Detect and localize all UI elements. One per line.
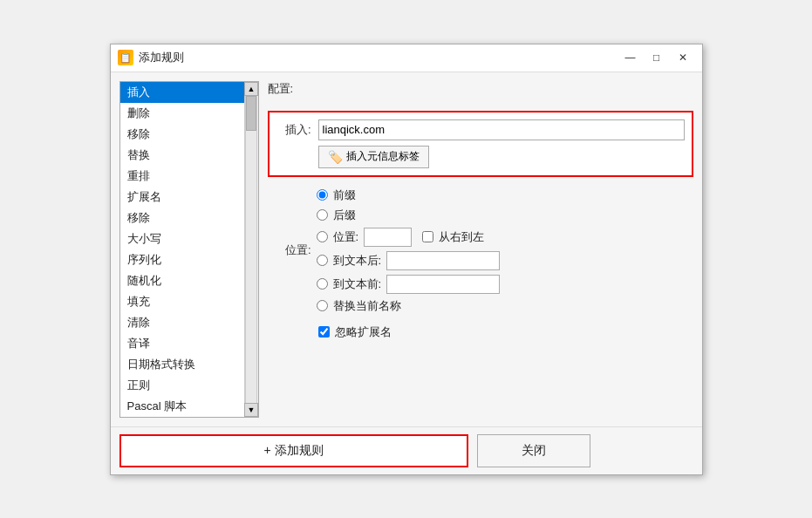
config-panel: 配置: 插入: 🏷️ 插入元信息标签 位置: <box>268 81 693 418</box>
list-item-serialize[interactable]: 序列化 <box>120 249 244 270</box>
add-rule-button[interactable]: + 添加规则 <box>119 434 468 467</box>
window-controls: — □ ✕ <box>618 48 695 67</box>
list-item-clear[interactable]: 清除 <box>120 312 244 333</box>
right-to-left-checkbox[interactable] <box>422 231 433 242</box>
maximize-button[interactable]: □ <box>645 48 669 67</box>
after-text-radio-row: 到文本后: <box>317 251 501 270</box>
replace-name-label[interactable]: 替换当前名称 <box>333 298 401 314</box>
scrollbar-thumb[interactable] <box>246 96 256 131</box>
position-radio-group: 前缀 后缀 位置: ▲ <box>317 187 501 314</box>
prefix-label[interactable]: 前缀 <box>333 187 356 203</box>
suffix-radio-row: 后缀 <box>317 208 501 223</box>
position-number-label[interactable]: 位置: <box>333 229 359 245</box>
bottom-bar: + 添加规则 关闭 <box>111 426 702 474</box>
scroll-down-arrow[interactable]: ▼ <box>244 403 258 417</box>
rule-type-list-panel: 插入 删除 移除 替换 重排 扩展名 移除 大小写 序列化 随机化 填充 清除 … <box>119 81 259 418</box>
replace-name-radio-row: 替换当前名称 <box>317 298 501 314</box>
ignore-ext-label[interactable]: 忽略扩展名 <box>335 324 392 340</box>
before-text-radio[interactable] <box>317 278 328 290</box>
list-scrollbar[interactable]: ▲ ▼ <box>244 82 258 417</box>
before-text-radio-row: 到文本前: <box>317 275 501 294</box>
insert-text-input[interactable] <box>318 119 685 140</box>
insert-field-label: 插入: <box>276 122 311 138</box>
position-number-radio[interactable] <box>317 231 328 242</box>
insert-input-row: 插入: <box>276 119 685 140</box>
list-item-extension[interactable]: 扩展名 <box>120 187 244 208</box>
close-dialog-button[interactable]: 关闭 <box>477 434 590 467</box>
after-text-label[interactable]: 到文本后: <box>333 253 382 269</box>
right-to-left-checkbox-row: 从右到左 <box>422 229 484 245</box>
before-text-label[interactable]: 到文本前: <box>333 276 382 292</box>
content-area: 插入 删除 移除 替换 重排 扩展名 移除 大小写 序列化 随机化 填充 清除 … <box>111 72 702 426</box>
list-item-date-convert[interactable]: 日期格式转换 <box>120 354 244 375</box>
main-window: 📋 添加规则 — □ ✕ 插入 删除 移除 替换 重排 扩展名 移除 大小写 <box>110 44 703 475</box>
list-item-regex[interactable]: 正则 <box>120 375 244 396</box>
list-item-reorder[interactable]: 重排 <box>120 166 244 187</box>
rule-type-list-scroll[interactable]: 插入 删除 移除 替换 重排 扩展名 移除 大小写 序列化 随机化 填充 清除 … <box>120 82 244 417</box>
scrollbar-track[interactable] <box>245 96 257 403</box>
list-item-replace[interactable]: 替换 <box>120 145 244 166</box>
list-item-remove2[interactable]: 移除 <box>120 208 244 228</box>
add-rule-label: + 添加规则 <box>263 443 323 459</box>
after-text-input[interactable] <box>386 251 500 270</box>
title-bar: 📋 添加规则 — □ ✕ <box>111 44 702 72</box>
position-row: 位置: 前缀 后缀 位置: <box>268 187 693 314</box>
meta-btn-label: 插入元信息标签 <box>346 149 420 164</box>
list-panel-inner: 插入 删除 移除 替换 重排 扩展名 移除 大小写 序列化 随机化 填充 清除 … <box>120 82 258 417</box>
list-item-case[interactable]: 大小写 <box>120 228 244 249</box>
list-item-insert[interactable]: 插入 <box>120 82 244 103</box>
position-label: 位置: <box>268 242 311 258</box>
replace-name-radio[interactable] <box>317 300 328 311</box>
prefix-radio-row: 前缀 <box>317 187 501 203</box>
config-section-label: 配置: <box>268 81 693 97</box>
right-to-left-label[interactable]: 从右到左 <box>439 229 484 245</box>
list-item-randomize[interactable]: 随机化 <box>120 270 244 291</box>
position-section: 位置: 前缀 后缀 位置: <box>268 187 693 314</box>
ignore-ext-row: 忽略扩展名 <box>268 324 693 340</box>
position-spinner-input[interactable] <box>365 228 412 246</box>
suffix-label[interactable]: 后缀 <box>333 208 356 223</box>
list-item-delete[interactable]: 删除 <box>120 103 244 124</box>
ignore-ext-checkbox[interactable] <box>318 326 330 337</box>
insert-box: 插入: 🏷️ 插入元信息标签 <box>268 111 693 177</box>
before-text-input[interactable] <box>386 275 500 294</box>
list-item-remove[interactable]: 移除 <box>120 124 244 145</box>
insert-meta-tag-button[interactable]: 🏷️ 插入元信息标签 <box>318 146 429 168</box>
list-item-pascal[interactable]: Pascal 脚本 <box>120 396 244 417</box>
position-spinner: ▲ ▼ <box>364 228 412 247</box>
meta-tag-icon: 🏷️ <box>328 150 343 164</box>
suffix-radio[interactable] <box>317 209 328 221</box>
minimize-button[interactable]: — <box>618 48 643 67</box>
list-item-transliterate[interactable]: 音译 <box>120 333 244 354</box>
prefix-radio[interactable] <box>317 189 328 201</box>
scroll-up-arrow[interactable]: ▲ <box>244 82 258 96</box>
position-num-radio-row: 位置: ▲ ▼ 从右到左 <box>317 228 501 247</box>
meta-btn-row: 🏷️ 插入元信息标签 <box>276 146 685 168</box>
window-title: 添加规则 <box>139 50 618 65</box>
list-item-fill[interactable]: 填充 <box>120 291 244 312</box>
window-icon: 📋 <box>118 50 133 65</box>
close-window-button[interactable]: ✕ <box>671 48 695 67</box>
after-text-radio[interactable] <box>317 255 328 266</box>
